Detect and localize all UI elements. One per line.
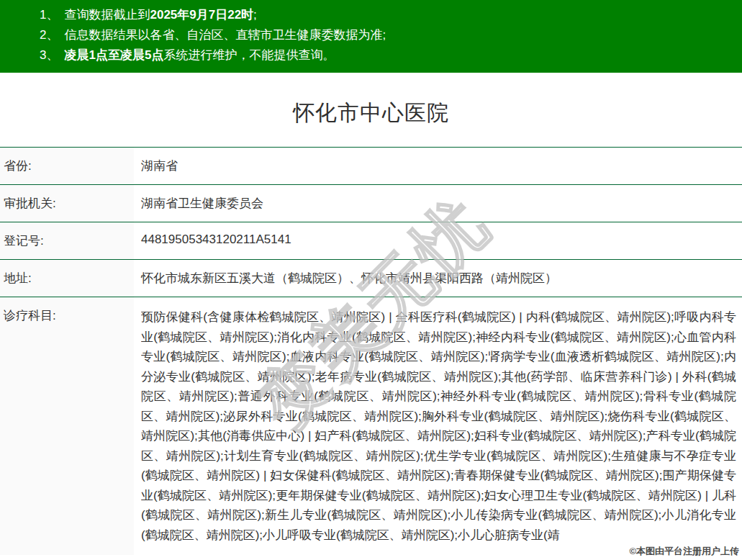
notice-text: ; — [253, 8, 257, 22]
registration-number-value: 44819505343120211A5141 — [134, 222, 742, 260]
notice-number: 1、 — [40, 8, 58, 22]
table-row-registration-number: 登记号: 44819505343120211A5141 — [0, 222, 742, 260]
approval-authority-label: 审批机关: — [0, 185, 134, 222]
province-label: 省份: — [0, 148, 134, 185]
notice-text-bold: 2025年9月7日22时 — [150, 8, 253, 22]
table-row-province: 省份: 湖南省 — [0, 148, 742, 185]
notice-line-3: 3、凌晨1点至凌晨5点系统进行维护，不能提供查询。 — [40, 45, 735, 66]
table-row-approval-authority: 审批机关: 湖南省卫生健康委员会 — [0, 185, 742, 222]
hospital-info-table: 省份: 湖南省 审批机关: 湖南省卫生健康委员会 登记号: 4481950534… — [0, 147, 742, 555]
departments-label: 诊疗科目: — [0, 297, 134, 556]
notice-text: 信息数据结果以各省、自治区、直辖市卫生健康委数据为准; — [64, 28, 386, 42]
upload-credit-text: ©本图由平台注册用户上传 — [629, 545, 739, 558]
departments-value: 预防保健科(含健康体检鹤城院区、靖州院区) | 全科医疗科(鹤城院区) | 内科… — [134, 297, 742, 556]
table-row-departments: 诊疗科目: 预防保健科(含健康体检鹤城院区、靖州院区) | 全科医疗科(鹤城院区… — [0, 297, 742, 556]
notice-text-bold: 凌晨1点至凌晨5点 — [64, 48, 163, 62]
registration-number-label: 登记号: — [0, 222, 134, 260]
notice-number: 2、 — [40, 28, 58, 42]
province-value: 湖南省 — [134, 148, 742, 185]
address-label: 地址: — [0, 260, 134, 297]
departments-text: 预防保健科(含健康体检鹤城院区、靖州院区) | 全科医疗科(鹤城院区) | 内科… — [141, 307, 736, 545]
notice-line-1: 1、查询数据截止到2025年9月7日22时; — [40, 5, 735, 25]
page-title: 怀化市中心医院 — [0, 73, 742, 147]
notice-banner: 1、查询数据截止到2025年9月7日22时; 2、信息数据结果以各省、自治区、直… — [0, 0, 742, 73]
approval-authority-value: 湖南省卫生健康委员会 — [134, 185, 742, 222]
address-value: 怀化市城东新区五溪大道（鹤城院区）、怀化市靖州县渠阳西路（靖州院区） — [134, 260, 742, 297]
table-row-address: 地址: 怀化市城东新区五溪大道（鹤城院区）、怀化市靖州县渠阳西路（靖州院区） — [0, 260, 742, 297]
notice-text: 系统进行维护，不能提供查询。 — [163, 48, 335, 62]
notice-line-2: 2、信息数据结果以各省、自治区、直辖市卫生健康委数据为准; — [40, 25, 735, 45]
notice-number: 3、 — [40, 48, 58, 62]
notice-text: 查询数据截止到 — [64, 8, 150, 22]
